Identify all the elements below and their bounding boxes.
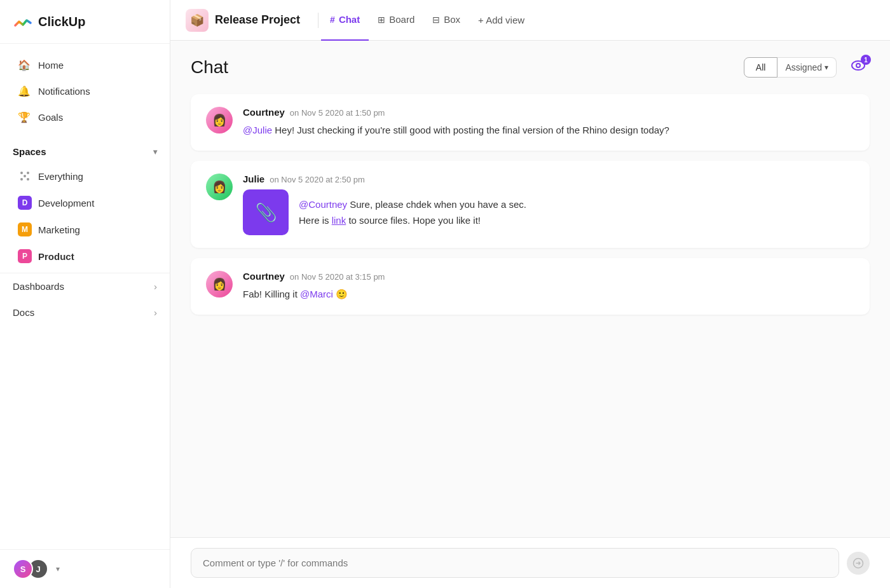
sidebar-item-everything[interactable]: Everything: [5, 163, 165, 189]
watch-badge: 1: [861, 55, 871, 65]
sidebar-item-docs[interactable]: Docs ›: [0, 299, 170, 325]
goals-icon: 🏆: [18, 111, 31, 123]
message-card-3: 👩 Courtney on Nov 5 2020 at 3:15 pm Fab!…: [191, 258, 870, 315]
space-badge-development: D: [18, 196, 32, 210]
filter-all-button[interactable]: All: [744, 57, 778, 78]
message-card-2: 👩 Julie on Nov 5 2020 at 2:50 pm 📎 @Cour…: [191, 161, 870, 248]
msg-mention-marci: @Marci: [300, 289, 333, 299]
msg-meta-2: Julie on Nov 5 2020 at 2:50 pm: [243, 174, 854, 184]
msg-text-1: @Julie Hey! Just checking if you're stil…: [243, 123, 854, 138]
sidebar-item-product[interactable]: P Product: [5, 243, 165, 269]
svg-point-6: [856, 64, 860, 67]
sidebar-item-home[interactable]: 🏠 Home: [5, 53, 165, 78]
watch-button[interactable]: 1: [847, 56, 870, 79]
everything-icon: [18, 169, 32, 183]
notifications-icon: 🔔: [18, 85, 31, 97]
tab-box-label: Box: [444, 14, 460, 25]
sidebar-footer: S J ▾: [0, 549, 170, 588]
topbar-divider: [318, 13, 318, 28]
filter-assigned-button[interactable]: Assigned ▾: [777, 57, 837, 78]
comment-input[interactable]: [191, 548, 839, 578]
space-badge-marketing: M: [18, 222, 32, 236]
chat-tab-icon: #: [330, 15, 335, 25]
tab-chat-label: Chat: [339, 14, 360, 25]
board-tab-icon: ⊞: [378, 15, 385, 25]
msg-mention-julie: @Julie: [243, 125, 272, 135]
clickup-logo-icon: [13, 11, 33, 32]
chat-filters: All Assigned ▾: [744, 57, 837, 78]
spaces-chevron-icon: ▾: [153, 147, 157, 156]
tab-box[interactable]: ⊟ Box: [423, 0, 469, 41]
message-content-1: Courtney on Nov 5 2020 at 1:50 pm @Julie…: [243, 107, 854, 138]
chat-area: Chat All Assigned ▾ 1: [170, 41, 890, 588]
topbar: 📦 Release Project # Chat ⊞ Board ⊟ Box +…: [170, 0, 890, 41]
svg-point-0: [20, 172, 23, 174]
filter-assigned-label: Assigned: [785, 62, 822, 72]
sidebar-item-dashboards[interactable]: Dashboards ›: [0, 273, 170, 299]
space-label-product: Product: [38, 251, 74, 262]
msg-meta-1: Courtney on Nov 5 2020 at 1:50 pm: [243, 107, 854, 118]
project-title: Release Project: [215, 13, 300, 27]
msg-mention-courtney: @Courtney: [299, 199, 347, 210]
message-card-1: 👩 Courtney on Nov 5 2020 at 1:50 pm @Jul…: [191, 94, 870, 151]
avatar-s: S: [13, 559, 33, 579]
tab-chat[interactable]: # Chat: [321, 0, 369, 41]
sidebar-logo: ClickUp: [0, 0, 170, 44]
sidebar-item-notifications[interactable]: 🔔 Notifications: [5, 79, 165, 104]
avatar-group: S J: [13, 559, 48, 579]
sidebar-extra-sections: Dashboards › Docs ›: [0, 273, 170, 325]
svg-point-3: [27, 178, 29, 181]
dashboards-expand-icon: ›: [154, 281, 157, 292]
attachment-text: @Courtney Sure, please chdek when you ha…: [299, 196, 526, 229]
msg-author-1: Courtney: [243, 107, 285, 118]
msg-time-2: on Nov 5 2020 at 2:50 pm: [270, 175, 365, 184]
avatar-courtney-1: 👩: [206, 107, 233, 133]
msg-time-1: on Nov 5 2020 at 1:50 pm: [290, 108, 385, 118]
msg-author-2: Julie: [243, 174, 264, 184]
chat-title: Chat: [191, 57, 228, 78]
comment-bar: [170, 537, 890, 588]
box-tab-icon: ⊟: [432, 15, 440, 25]
msg-text-body-3a: Fab! Killing it: [243, 289, 300, 299]
msg-link[interactable]: link: [332, 215, 346, 226]
sidebar-item-development[interactable]: D Development: [5, 190, 165, 215]
space-badge-product: P: [18, 249, 32, 263]
docs-label: Docs: [13, 307, 34, 318]
sidebar-item-goals[interactable]: 🏆 Goals: [5, 105, 165, 130]
attachment-icon: 📎: [255, 202, 277, 223]
msg-meta-3: Courtney on Nov 5 2020 at 3:15 pm: [243, 271, 854, 282]
comment-send-icon[interactable]: [847, 552, 870, 575]
home-icon: 🏠: [18, 59, 31, 71]
space-label-everything: Everything: [38, 171, 83, 182]
main-content: 📦 Release Project # Chat ⊞ Board ⊟ Box +…: [170, 0, 890, 588]
message-content-2: Julie on Nov 5 2020 at 2:50 pm 📎 @Courtn…: [243, 174, 854, 235]
svg-point-1: [27, 172, 29, 174]
space-label-marketing: Marketing: [38, 224, 80, 235]
sidebar: ClickUp 🏠 Home 🔔 Notifications 🏆 Goals S…: [0, 0, 170, 588]
msg-text-3: Fab! Killing it @Marci 🙂: [243, 287, 854, 302]
msg-author-3: Courtney: [243, 271, 285, 282]
spaces-label: Spaces: [13, 146, 46, 157]
docs-expand-icon: ›: [154, 307, 157, 318]
add-view-label: + Add view: [478, 15, 524, 25]
footer-chevron-icon[interactable]: ▾: [56, 564, 60, 573]
add-view-button[interactable]: + Add view: [469, 0, 533, 41]
attachment-row: 📎 @Courtney Sure, please chdek when you …: [243, 189, 854, 235]
msg-time-3: on Nov 5 2020 at 3:15 pm: [290, 272, 385, 282]
tab-board-label: Board: [389, 14, 414, 25]
sidebar-item-label-home: Home: [38, 60, 64, 71]
svg-point-4: [24, 175, 26, 177]
sidebar-nav: 🏠 Home 🔔 Notifications 🏆 Goals: [0, 44, 170, 139]
tab-board[interactable]: ⊞ Board: [369, 0, 423, 41]
msg-text-body-1: Hey! Just checking if you're still good …: [275, 125, 669, 135]
dashboards-label: Dashboards: [13, 281, 64, 292]
spaces-list: Everything D Development M Marketing P P…: [0, 162, 170, 270]
sidebar-item-marketing[interactable]: M Marketing: [5, 217, 165, 242]
space-label-development: Development: [38, 198, 94, 209]
chat-controls: All Assigned ▾ 1: [744, 56, 870, 79]
avatar-julie-2: 👩: [206, 174, 233, 200]
attachment-thumbnail[interactable]: 📎: [243, 189, 289, 235]
spaces-header[interactable]: Spaces ▾: [0, 139, 170, 162]
topbar-project: 📦 Release Project: [186, 9, 300, 32]
avatar-courtney-3: 👩: [206, 271, 233, 297]
